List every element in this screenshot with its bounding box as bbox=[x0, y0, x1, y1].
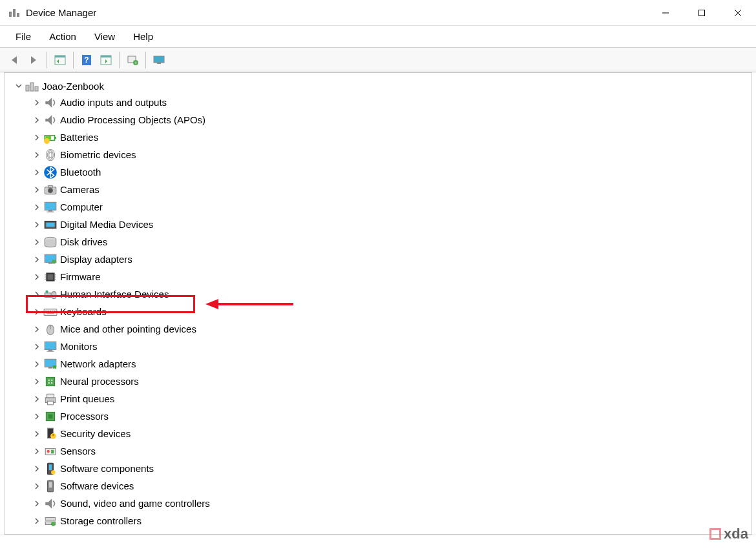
menu-file[interactable]: File bbox=[6, 27, 40, 46]
monitors-button[interactable] bbox=[150, 51, 168, 69]
tree-item[interactable]: Monitors bbox=[5, 338, 751, 355]
toolbar-separator bbox=[47, 52, 47, 68]
chevron-right-icon[interactable] bbox=[32, 115, 42, 125]
tree-item[interactable]: Audio inputs and outputs bbox=[5, 94, 751, 111]
chevron-right-icon[interactable] bbox=[32, 289, 42, 300]
svg-rect-75 bbox=[48, 414, 53, 418]
chevron-right-icon[interactable] bbox=[32, 342, 42, 352]
chevron-right-icon[interactable] bbox=[32, 307, 42, 317]
audio-icon bbox=[43, 96, 58, 109]
svg-rect-42 bbox=[48, 274, 54, 280]
chevron-right-icon[interactable] bbox=[32, 394, 42, 404]
tree-root[interactable]: Joao-Zenbook bbox=[5, 78, 751, 94]
chevron-right-icon[interactable] bbox=[32, 237, 42, 247]
close-button[interactable] bbox=[720, 0, 756, 26]
tree-item[interactable]: Computer bbox=[5, 198, 751, 216]
chevron-right-icon[interactable] bbox=[32, 446, 42, 457]
toolbar-separator bbox=[73, 52, 74, 68]
sensor-icon bbox=[43, 445, 58, 458]
chevron-right-icon[interactable] bbox=[32, 97, 42, 108]
monitor-blue-icon bbox=[43, 201, 58, 214]
menu-view[interactable]: View bbox=[85, 27, 124, 46]
svg-rect-53 bbox=[45, 310, 47, 311]
tree-item[interactable]: Software components bbox=[5, 460, 751, 477]
back-button[interactable] bbox=[5, 51, 23, 69]
tree-item-label: Audio inputs and outputs bbox=[60, 97, 167, 107]
chevron-down-icon[interactable] bbox=[14, 81, 24, 91]
chevron-right-icon[interactable] bbox=[32, 167, 42, 178]
menu-action[interactable]: Action bbox=[40, 27, 85, 46]
tree-item[interactable]: Software devices bbox=[5, 477, 751, 495]
chevron-right-icon[interactable] bbox=[32, 359, 42, 369]
tree-item-label: Processors bbox=[60, 411, 109, 421]
software-dev-icon bbox=[43, 480, 58, 493]
tree-item[interactable]: Security devices bbox=[5, 425, 751, 442]
chip-icon bbox=[43, 271, 58, 283]
tree-item[interactable]: Bluetooth bbox=[5, 163, 751, 181]
scan-hardware-button[interactable]: + bbox=[123, 51, 142, 69]
forward-button[interactable] bbox=[25, 51, 43, 69]
chevron-right-icon[interactable] bbox=[32, 411, 42, 422]
minimize-button[interactable] bbox=[647, 0, 684, 26]
svg-point-30 bbox=[48, 188, 53, 193]
tree-item[interactable]: Processors bbox=[5, 407, 751, 425]
show-hide-tree-button[interactable] bbox=[51, 51, 69, 69]
tree-item[interactable]: Network adapters bbox=[5, 355, 751, 373]
chevron-right-icon[interactable] bbox=[32, 429, 42, 439]
svg-rect-20 bbox=[35, 87, 38, 91]
chevron-right-icon[interactable] bbox=[32, 376, 42, 387]
tree-item[interactable]: Human Interface Devices bbox=[5, 285, 751, 303]
tree-item[interactable]: Display adapters bbox=[5, 251, 751, 268]
tree-item[interactable]: Neural processors bbox=[5, 373, 751, 390]
tree-item[interactable]: Firmware bbox=[5, 268, 751, 285]
cpu-icon bbox=[43, 410, 58, 423]
chevron-right-icon[interactable] bbox=[32, 516, 42, 526]
menu-help[interactable]: Help bbox=[124, 27, 162, 46]
keyboard-icon bbox=[43, 305, 58, 318]
chevron-right-icon[interactable] bbox=[32, 481, 42, 491]
tree-item-label: Disk drives bbox=[60, 237, 107, 247]
svg-rect-55 bbox=[50, 310, 51, 311]
tree-item-label: Batteries bbox=[60, 132, 98, 142]
tree-item-label: Print queues bbox=[60, 394, 114, 404]
chevron-right-icon[interactable] bbox=[32, 132, 42, 143]
tree-item[interactable]: Mice and other pointing devices bbox=[5, 320, 751, 338]
chevron-right-icon[interactable] bbox=[32, 464, 42, 474]
tree-item[interactable]: Cameras bbox=[5, 181, 751, 198]
chevron-right-icon[interactable] bbox=[32, 150, 42, 160]
svg-point-69 bbox=[48, 382, 50, 384]
tree-item-label: Human Interface Devices bbox=[60, 289, 169, 299]
tree-item[interactable]: Sound, video and game controllers bbox=[5, 495, 751, 512]
svg-rect-22 bbox=[55, 136, 56, 138]
tree-item[interactable]: Keyboards bbox=[5, 303, 751, 320]
tree-item[interactable]: Sensors bbox=[5, 442, 751, 460]
tree-item[interactable]: Digital Media Devices bbox=[5, 216, 751, 233]
tree-item[interactable]: Disk drives bbox=[5, 233, 751, 251]
tree-item[interactable]: Storage controllers bbox=[5, 512, 751, 529]
tree-item-label: Monitors bbox=[60, 342, 98, 351]
fingerprint-icon bbox=[43, 149, 58, 161]
help-button[interactable]: ? bbox=[78, 51, 96, 69]
tree-item-label: Sound, video and game controllers bbox=[60, 498, 210, 508]
tree-item[interactable]: Biometric devices bbox=[5, 146, 751, 163]
device-tree[interactable]: Joao-Zenbook Audio inputs and outputsAud… bbox=[4, 72, 752, 535]
chevron-right-icon[interactable] bbox=[32, 324, 42, 334]
chevron-right-icon[interactable] bbox=[32, 498, 42, 509]
tree-item[interactable]: Print queues bbox=[5, 390, 751, 407]
tree-item[interactable]: Batteries bbox=[5, 128, 751, 146]
security-icon bbox=[43, 427, 58, 440]
tree-item[interactable]: Audio Processing Objects (APOs) bbox=[5, 111, 751, 128]
chevron-right-icon[interactable] bbox=[32, 272, 42, 282]
bluetooth-icon bbox=[43, 166, 58, 179]
chevron-right-icon[interactable] bbox=[32, 202, 42, 212]
properties-button[interactable] bbox=[97, 51, 115, 69]
chevron-right-icon[interactable] bbox=[32, 254, 42, 265]
window-title: Device Manager bbox=[26, 7, 647, 18]
maximize-button[interactable] bbox=[684, 0, 720, 26]
chevron-right-icon[interactable] bbox=[32, 220, 42, 230]
chevron-right-icon[interactable] bbox=[32, 185, 42, 195]
svg-rect-1 bbox=[13, 9, 16, 17]
svg-rect-8 bbox=[55, 56, 65, 57]
svg-rect-36 bbox=[46, 222, 54, 227]
statusbar bbox=[0, 535, 756, 554]
